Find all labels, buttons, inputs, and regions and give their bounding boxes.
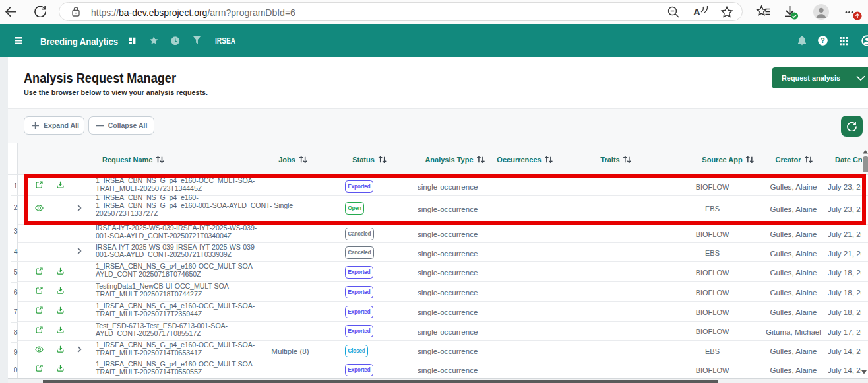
svg-text:?: ?: [821, 36, 824, 44]
svg-text:Request analysis: Request analysis: [782, 74, 840, 82]
svg-text:Analysis Request Manager: Analysis Request Manager: [24, 71, 176, 85]
svg-text:Breeding Analytics: Breeding Analytics: [40, 36, 118, 47]
svg-text:IRSEA: IRSEA: [215, 36, 235, 46]
svg-text:Use the browser below to view: Use the browser below to view your analy…: [24, 88, 208, 96]
